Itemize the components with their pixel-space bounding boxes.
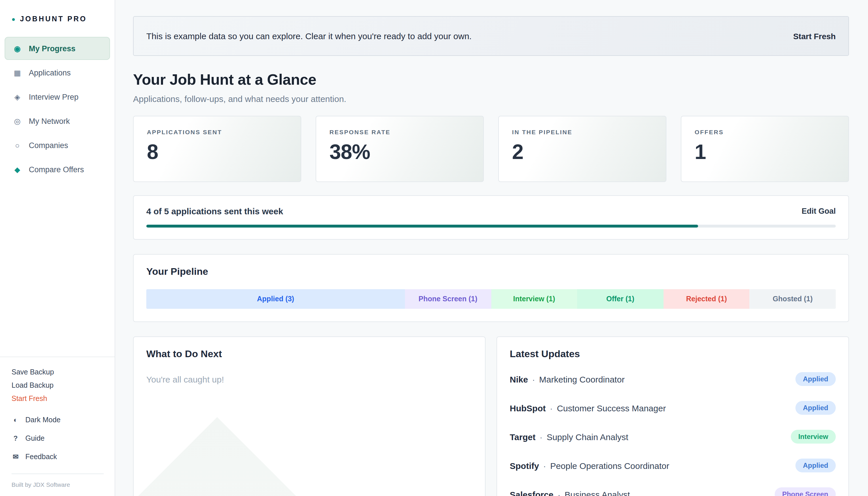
stat-value: 1 xyxy=(695,140,835,164)
banner-message: This is example data so you can explore.… xyxy=(146,31,472,41)
update-separator: · xyxy=(541,461,548,470)
sidebar-item-label: My Progress xyxy=(29,44,76,53)
dark-mode-toggle[interactable]: ◐ Dark Mode xyxy=(12,411,103,429)
todo-title: What to Do Next xyxy=(146,348,472,360)
sidebar-bottom: Save Backup Load Backup Start Fresh ◐ Da… xyxy=(0,357,115,496)
start-fresh-link[interactable]: Start Fresh xyxy=(12,392,103,405)
pipeline-title: Your Pipeline xyxy=(146,266,836,278)
stat-card-response-rate: RESPONSE RATE 38% xyxy=(316,116,484,182)
feedback-label: Feedback xyxy=(25,453,57,461)
stat-card-applications-sent: APPLICATIONS SENT 8 xyxy=(133,116,301,182)
app-root: ● JOBHUNT PRO ◉ My Progress ▦ Applicatio… xyxy=(0,0,868,496)
save-backup-link[interactable]: Save Backup xyxy=(12,365,103,378)
feedback-link[interactable]: ✉ Feedback xyxy=(12,448,103,466)
pipeline-segment-offer[interactable]: Offer (1) xyxy=(577,289,663,309)
brand-dot-icon: ● xyxy=(12,16,15,22)
sidebar-item-label: Interview Prep xyxy=(29,92,79,101)
update-separator: · xyxy=(531,374,537,384)
update-text: Salesforce · Business Analyst xyxy=(510,490,630,496)
update-company: Nike xyxy=(510,374,528,384)
update-text: HubSpot · Customer Success Manager xyxy=(510,403,666,413)
update-company: Target xyxy=(510,432,535,441)
stat-label: OFFERS xyxy=(695,128,835,135)
update-company: HubSpot xyxy=(510,403,546,413)
update-row[interactable]: Target · Supply Chain Analyst Interview xyxy=(510,422,836,451)
stat-value: 8 xyxy=(147,140,287,164)
sidebar-tools: ◐ Dark Mode ? Guide ✉ Feedback xyxy=(12,411,103,466)
sidebar-item-my-progress[interactable]: ◉ My Progress xyxy=(5,37,110,60)
guide-label: Guide xyxy=(25,434,45,443)
stats-row: APPLICATIONS SENT 8 RESPONSE RATE 38% IN… xyxy=(133,116,849,182)
update-row[interactable]: Nike · Marketing Coordinator Applied xyxy=(510,365,836,393)
update-text: Target · Supply Chain Analyst xyxy=(510,432,628,441)
pipeline-segment-phone-screen[interactable]: Phone Screen (1) xyxy=(405,289,491,309)
update-role: Marketing Coordinator xyxy=(539,374,625,384)
edit-goal-button[interactable]: Edit Goal xyxy=(802,207,836,215)
update-role: Business Analyst xyxy=(565,490,630,496)
pipeline-segment-ghosted[interactable]: Ghosted (1) xyxy=(749,289,836,309)
pipeline-card: Your Pipeline Applied (3) Phone Screen (… xyxy=(133,254,849,322)
sidebar-item-label: Compare Offers xyxy=(29,165,84,174)
stat-label: IN THE PIPELINE xyxy=(512,128,652,135)
status-badge[interactable]: Applied xyxy=(795,401,836,415)
sidebar-item-compare-offers[interactable]: ◆ Compare Offers xyxy=(5,158,110,181)
update-separator: · xyxy=(556,490,562,496)
status-badge[interactable]: Phone Screen xyxy=(775,487,836,496)
sidebar-item-label: My Network xyxy=(29,117,70,125)
stat-value: 38% xyxy=(330,140,470,164)
update-row[interactable]: HubSpot · Customer Success Manager Appli… xyxy=(510,393,836,422)
sidebar-divider xyxy=(12,474,104,474)
update-text: Nike · Marketing Coordinator xyxy=(510,374,625,384)
update-role: Customer Success Manager xyxy=(557,403,666,413)
pipeline-segment-interview[interactable]: Interview (1) xyxy=(491,289,577,309)
todo-empty-message: You're all caught up! xyxy=(146,374,472,384)
sidebar: ● JOBHUNT PRO ◉ My Progress ▦ Applicatio… xyxy=(0,0,115,496)
brand: ● JOBHUNT PRO xyxy=(0,0,115,36)
stat-label: RESPONSE RATE xyxy=(330,128,470,135)
update-company: Spotify xyxy=(510,461,539,470)
stat-card-offers: OFFERS 1 xyxy=(681,116,849,182)
main-content: This is example data so you can explore.… xyxy=(115,0,868,496)
decorative-watermark xyxy=(133,417,392,496)
sidebar-item-companies[interactable]: ○ Companies xyxy=(5,134,110,157)
latest-updates-card: Latest Updates Nike · Marketing Coordina… xyxy=(496,337,849,496)
bottom-columns: What to Do Next You're all caught up! La… xyxy=(133,337,849,496)
status-badge[interactable]: Applied xyxy=(795,372,836,386)
companies-icon: ○ xyxy=(13,141,22,149)
update-company: Salesforce xyxy=(510,490,553,496)
goal-progress-text: 4 of 5 applications sent this week xyxy=(146,206,283,216)
question-mark-icon: ? xyxy=(12,434,20,443)
banner-start-fresh-button[interactable]: Start Fresh xyxy=(793,31,836,41)
update-row[interactable]: Salesforce · Business Analyst Phone Scre… xyxy=(510,480,836,496)
pipeline-segment-applied[interactable]: Applied (3) xyxy=(146,289,405,309)
updates-title: Latest Updates xyxy=(510,348,836,360)
status-badge[interactable]: Interview xyxy=(791,430,836,444)
brand-name: JOBHUNT PRO xyxy=(20,15,87,23)
pipeline-segment-rejected[interactable]: Rejected (1) xyxy=(664,289,749,309)
interview-prep-icon: ◈ xyxy=(13,93,22,100)
sidebar-item-applications[interactable]: ▦ Applications xyxy=(5,61,110,84)
applications-grid-icon: ▦ xyxy=(13,69,22,76)
update-row[interactable]: Spotify · People Operations Coordinator … xyxy=(510,451,836,480)
example-data-banner: This is example data so you can explore.… xyxy=(133,16,849,56)
updates-list: Nike · Marketing Coordinator Applied Hub… xyxy=(510,365,836,496)
load-backup-link[interactable]: Load Backup xyxy=(12,378,103,392)
network-icon: ◎ xyxy=(13,117,22,125)
update-separator: · xyxy=(538,432,544,441)
sidebar-nav: ◉ My Progress ▦ Applications ◈ Interview… xyxy=(0,36,115,182)
page-title: Your Job Hunt at a Glance xyxy=(133,71,849,89)
dark-mode-icon: ◐ xyxy=(12,416,20,424)
guide-link[interactable]: ? Guide xyxy=(12,429,103,448)
sidebar-item-interview-prep[interactable]: ◈ Interview Prep xyxy=(5,85,110,108)
dark-mode-label: Dark Mode xyxy=(25,416,61,424)
goal-progress-fill xyxy=(146,225,698,228)
status-badge[interactable]: Applied xyxy=(795,459,836,472)
update-role: Supply Chain Analyst xyxy=(547,432,628,441)
what-to-do-next-card: What to Do Next You're all caught up! xyxy=(133,337,486,496)
sidebar-item-my-network[interactable]: ◎ My Network xyxy=(5,109,110,133)
weekly-goal-card: 4 of 5 applications sent this week Edit … xyxy=(133,195,849,239)
update-role: People Operations Coordinator xyxy=(550,461,669,470)
goal-row: 4 of 5 applications sent this week Edit … xyxy=(146,206,836,216)
stat-card-in-the-pipeline: IN THE PIPELINE 2 xyxy=(498,116,666,182)
goal-progress-track xyxy=(146,225,836,228)
